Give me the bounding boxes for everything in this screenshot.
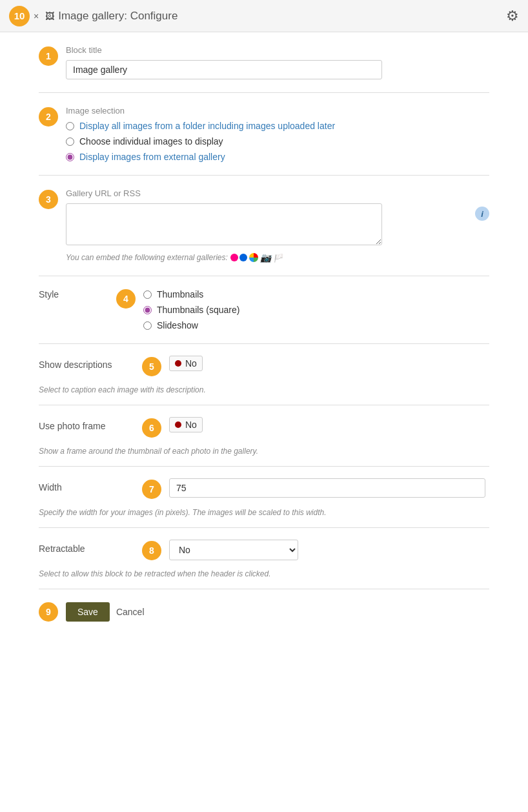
- gallery-url-label: Gallery URL or RSS: [66, 188, 489, 198]
- retractable-help: Select to allow this block to be retract…: [39, 569, 489, 589]
- radio-all-images-input[interactable]: [66, 122, 74, 130]
- style-section: Style 4 Thumbnails Thumbnails (square) S…: [39, 276, 489, 344]
- photo-frame-toggle[interactable]: No: [169, 417, 203, 432]
- flag-icon: 🏳️: [273, 254, 282, 261]
- section3-body: Gallery URL or RSS You can embed the fol…: [66, 188, 489, 263]
- picasa-icon: [249, 253, 258, 262]
- close-button[interactable]: ×: [34, 11, 39, 21]
- show-descriptions-label: Show descriptions: [39, 356, 142, 370]
- external-note-text: You can embed the following external gal…: [66, 253, 228, 262]
- camera-icon: 📷: [260, 252, 271, 263]
- show-descriptions-value: No: [185, 358, 197, 369]
- gallery-url-content: You can embed the following external gal…: [66, 203, 469, 263]
- page-title: Image gallery: Configure: [58, 10, 506, 23]
- cancel-button[interactable]: Cancel: [116, 607, 145, 617]
- gallery-icon: 🖼: [45, 11, 54, 21]
- radio-individual-images-label: Choose individual images to display: [79, 136, 223, 147]
- header: 10 × 🖼 Image gallery: Configure ⚙︎: [0, 0, 528, 32]
- retractable-label: Retractable: [39, 540, 142, 554]
- radio-individual-images-input[interactable]: [66, 137, 74, 146]
- gear-icon[interactable]: ⚙︎: [506, 8, 519, 25]
- content-area: 1 Block title 2 Image selection Display …: [0, 32, 528, 654]
- section4-badge: 4: [116, 289, 136, 309]
- section1-body: Block title: [66, 45, 489, 79]
- show-descriptions-toggle[interactable]: No: [169, 356, 203, 371]
- retractable-row: Retractable 8 No Yes Yes, initially coll…: [39, 528, 489, 565]
- photo-frame-section: Use photo frame 6 No Show a frame around…: [39, 405, 489, 467]
- photo-frame-help: Show a frame around the thumbnail of eac…: [39, 447, 489, 467]
- section5-badge: 5: [142, 357, 161, 376]
- header-badge: 10: [9, 6, 30, 26]
- section8-badge: 8: [142, 541, 161, 560]
- width-row: Width 7: [39, 467, 489, 504]
- actions-row: 9 Save Cancel: [39, 589, 489, 634]
- section7-badge: 7: [142, 480, 161, 499]
- image-selection-radio-group: Display all images from a folder includi…: [66, 121, 489, 162]
- style-radio-group: Thumbnails Thumbnails (square) Slideshow: [143, 289, 239, 330]
- block-title-section: 1 Block title: [39, 32, 489, 93]
- section9-badge: 9: [39, 602, 58, 622]
- width-label: Width: [39, 478, 142, 492]
- radio-external-gallery[interactable]: Display images from external gallery: [66, 152, 489, 162]
- width-section: Width 7 Specify the width for your image…: [39, 467, 489, 528]
- toggle-dot-descriptions: [175, 360, 181, 367]
- radio-thumbnails-square-label: Thumbnails (square): [157, 305, 239, 315]
- radio-external-gallery-label: Display images from external gallery: [79, 152, 225, 162]
- radio-individual-images[interactable]: Choose individual images to display: [66, 136, 489, 147]
- flickr-dot-blue: [239, 254, 247, 261]
- flickr-dot-pink: [230, 254, 238, 261]
- toggle-dot-frame: [175, 421, 181, 428]
- flickr-icon: [230, 254, 247, 261]
- save-button[interactable]: Save: [66, 602, 110, 622]
- radio-all-images[interactable]: Display all images from a folder includi…: [66, 121, 489, 131]
- show-descriptions-section: Show descriptions 5 No Select to caption…: [39, 344, 489, 405]
- external-note: You can embed the following external gal…: [66, 252, 469, 263]
- gallery-icons: 📷 🏳️: [230, 252, 282, 263]
- image-selection-section: 2 Image selection Display all images fro…: [39, 93, 489, 176]
- radio-slideshow[interactable]: Slideshow: [143, 320, 239, 330]
- section1-badge: 1: [39, 46, 58, 66]
- width-input[interactable]: [169, 478, 485, 498]
- style-label: Style: [39, 289, 116, 299]
- section6-badge: 6: [142, 418, 161, 438]
- radio-slideshow-label: Slideshow: [157, 320, 198, 330]
- gallery-url-row: You can embed the following external gal…: [66, 203, 489, 263]
- retractable-section: Retractable 8 No Yes Yes, initially coll…: [39, 528, 489, 589]
- radio-external-gallery-input[interactable]: [66, 153, 74, 161]
- retractable-select[interactable]: No Yes Yes, initially collapsed: [169, 540, 298, 560]
- width-help: Specify the width for your images (in pi…: [39, 508, 489, 528]
- radio-thumbnails-square[interactable]: Thumbnails (square): [143, 305, 239, 315]
- photo-frame-value: No: [185, 420, 197, 430]
- block-title-label: Block title: [66, 45, 489, 55]
- show-descriptions-row: Show descriptions 5 No: [39, 344, 489, 381]
- photo-frame-label: Use photo frame: [39, 417, 142, 431]
- block-title-input[interactable]: [66, 60, 382, 79]
- gallery-url-input[interactable]: [66, 203, 382, 245]
- section2-body: Image selection Display all images from …: [66, 106, 489, 162]
- info-icon[interactable]: i: [475, 207, 489, 221]
- radio-all-images-label: Display all images from a folder includi…: [79, 121, 335, 131]
- show-descriptions-help: Select to caption each image with its de…: [39, 385, 489, 405]
- section3-badge: 3: [39, 190, 58, 209]
- radio-thumbnails[interactable]: Thumbnails: [143, 289, 239, 299]
- radio-slideshow-input[interactable]: [143, 321, 152, 330]
- photo-frame-row: Use photo frame 6 No: [39, 405, 489, 443]
- gallery-url-section: 3 Gallery URL or RSS You can embed the f…: [39, 176, 489, 276]
- radio-thumbnails-square-input[interactable]: [143, 306, 152, 314]
- info-icon-wrap: i: [475, 207, 489, 221]
- image-selection-label: Image selection: [66, 106, 489, 116]
- radio-thumbnails-input[interactable]: [143, 290, 152, 299]
- section2-badge: 2: [39, 107, 58, 127]
- radio-thumbnails-label: Thumbnails: [157, 289, 203, 299]
